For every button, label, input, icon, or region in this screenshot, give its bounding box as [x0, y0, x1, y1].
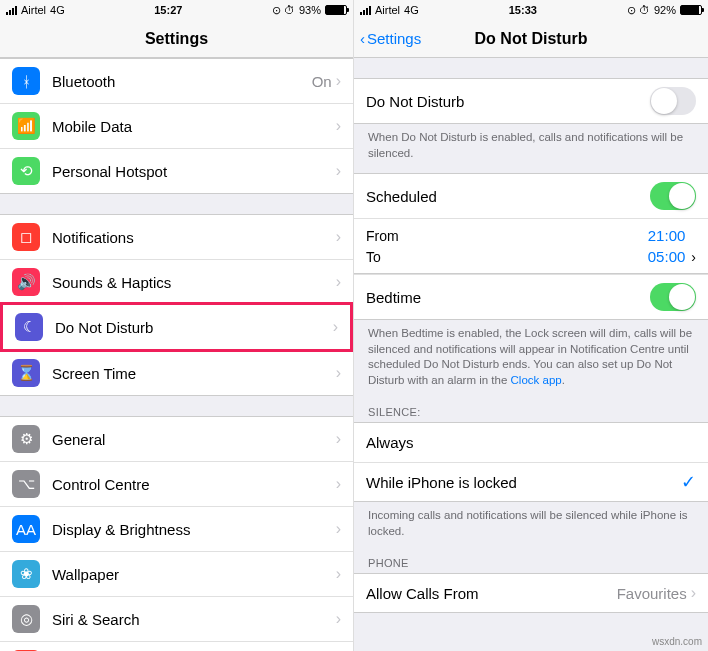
battery-pct: 93% [299, 4, 321, 16]
control-centre-icon: ⌥ [12, 470, 40, 498]
chevron-right-icon: › [336, 610, 341, 628]
while-locked-row[interactable]: While iPhone is locked ✓ [354, 462, 708, 502]
row-value: On [312, 73, 332, 90]
status-time: 15:33 [509, 4, 537, 16]
bedtime-row[interactable]: Bedtime [354, 274, 708, 320]
settings-row-touch-id-passcode[interactable]: ◉Touch ID & Passcode› [0, 641, 353, 651]
chevron-right-icon: › [336, 565, 341, 583]
row-label: Wallpaper [52, 566, 336, 583]
signal-icon [6, 6, 17, 15]
row-label: Allow Calls From [366, 585, 617, 602]
chevron-right-icon: › [691, 249, 696, 265]
dnd-toggle-row[interactable]: Do Not Disturb [354, 78, 708, 124]
row-label: Notifications [52, 229, 336, 246]
row-label: Display & Brightness [52, 521, 336, 538]
row-label: Siri & Search [52, 611, 336, 628]
nav-title: Do Not Disturb [475, 30, 588, 48]
to-value: 05:00 [648, 248, 686, 265]
nav-title: Settings [145, 30, 208, 48]
row-label: General [52, 431, 336, 448]
display-icon: AA [12, 515, 40, 543]
settings-row-display-brightness[interactable]: AADisplay & Brightness› [0, 506, 353, 551]
chevron-right-icon: › [336, 430, 341, 448]
row-label: Always [366, 434, 696, 451]
sounds-icon: 🔊 [12, 268, 40, 296]
check-icon: ✓ [681, 471, 696, 493]
battery-icon [325, 5, 347, 15]
back-button[interactable]: ‹ Settings [360, 30, 421, 47]
alarm-icon: ⊙ ⏱ [272, 4, 295, 17]
row-label: Mobile Data [52, 118, 336, 135]
chevron-left-icon: ‹ [360, 30, 365, 47]
settings-row-notifications[interactable]: ◻Notifications› [0, 214, 353, 259]
settings-row-screen-time[interactable]: ⌛Screen Time› [0, 350, 353, 396]
from-label: From [366, 228, 399, 244]
battery-pct: 92% [654, 4, 676, 16]
row-label: Scheduled [366, 188, 650, 205]
silence-footer: Incoming calls and notifications will be… [354, 502, 708, 543]
status-time: 15:27 [154, 4, 182, 16]
settings-row-wallpaper[interactable]: ❀Wallpaper› [0, 551, 353, 596]
row-label: Personal Hotspot [52, 163, 336, 180]
settings-row-bluetooth[interactable]: ᚼBluetoothOn› [0, 58, 353, 103]
dnd-icon: ☾ [15, 313, 43, 341]
chevron-right-icon: › [336, 117, 341, 135]
row-label: Do Not Disturb [55, 319, 333, 336]
settings-row-control-centre[interactable]: ⌥Control Centre› [0, 461, 353, 506]
hotspot-icon: ⟲ [12, 157, 40, 185]
battery-icon [680, 5, 702, 15]
chevron-right-icon: › [336, 273, 341, 291]
settings-row-sounds-haptics[interactable]: 🔊Sounds & Haptics› [0, 259, 353, 304]
nav-bar: ‹ Settings Do Not Disturb [354, 20, 708, 58]
carrier: Airtel [375, 4, 400, 16]
alarm-icon: ⊙ ⏱ [627, 4, 650, 17]
mobile-data-icon: 📶 [12, 112, 40, 140]
network: 4G [404, 4, 419, 16]
row-label: Do Not Disturb [366, 93, 650, 110]
chevron-right-icon: › [336, 475, 341, 493]
wallpaper-icon: ❀ [12, 560, 40, 588]
row-value: Favourites [617, 585, 687, 602]
from-value: 21:00 [648, 227, 686, 244]
always-row[interactable]: Always [354, 422, 708, 462]
row-label: Control Centre [52, 476, 336, 493]
chevron-right-icon: › [336, 228, 341, 246]
allow-calls-row[interactable]: Allow Calls From Favourites › [354, 573, 708, 613]
notifications-icon: ◻ [12, 223, 40, 251]
general-icon: ⚙ [12, 425, 40, 453]
dnd-footer: When Do Not Disturb is enabled, calls an… [354, 124, 708, 165]
chevron-right-icon: › [336, 364, 341, 382]
scheduled-toggle[interactable] [650, 182, 696, 210]
network: 4G [50, 4, 65, 16]
row-label: Screen Time [52, 365, 336, 382]
row-label: Bedtime [366, 289, 650, 306]
scheduled-row[interactable]: Scheduled [354, 173, 708, 218]
bluetooth-icon: ᚼ [12, 67, 40, 95]
to-label: To [366, 249, 381, 265]
status-bar: Airtel 4G 15:33 ⊙ ⏱ 92% [354, 0, 708, 20]
carrier: Airtel [21, 4, 46, 16]
settings-row-personal-hotspot[interactable]: ⟲Personal Hotspot› [0, 148, 353, 194]
dnd-toggle[interactable] [650, 87, 696, 115]
back-label: Settings [367, 30, 421, 47]
status-bar: Airtel 4G 15:27 ⊙ ⏱ 93% [0, 0, 353, 20]
chevron-right-icon: › [333, 318, 338, 336]
bedtime-toggle[interactable] [650, 283, 696, 311]
chevron-right-icon: › [336, 72, 341, 90]
siri-icon: ◎ [12, 605, 40, 633]
settings-row-general[interactable]: ⚙General› [0, 416, 353, 461]
row-label: Bluetooth [52, 73, 312, 90]
signal-icon [360, 6, 371, 15]
from-to-row[interactable]: From 21:00 › To 05:00 › [354, 218, 708, 274]
chevron-right-icon: › [691, 584, 696, 602]
watermark: wsxdn.com [652, 636, 702, 647]
settings-row-mobile-data[interactable]: 📶Mobile Data› [0, 103, 353, 148]
phone-header: PHONE [354, 543, 708, 573]
bedtime-footer: When Bedtime is enabled, the Lock screen… [354, 320, 708, 392]
clock-app-link[interactable]: Clock app [511, 374, 562, 386]
silence-header: SILENCE: [354, 392, 708, 422]
settings-row-siri-search[interactable]: ◎Siri & Search› [0, 596, 353, 641]
settings-row-do-not-disturb[interactable]: ☾Do Not Disturb› [0, 302, 353, 352]
screentime-icon: ⌛ [12, 359, 40, 387]
chevron-right-icon: › [336, 162, 341, 180]
